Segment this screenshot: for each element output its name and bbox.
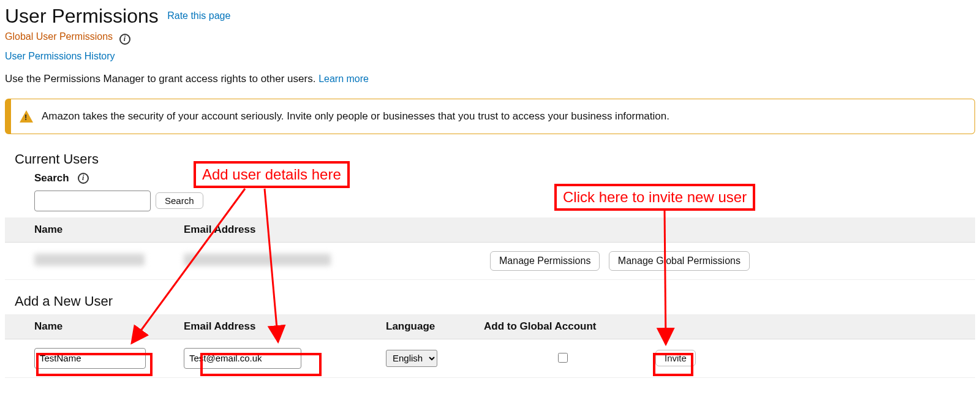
add-user-table: Name Email Address Language Add to Globa… — [5, 314, 975, 378]
name-input[interactable] — [34, 348, 146, 369]
security-alert: Amazon takes the security of your accoun… — [5, 99, 975, 134]
add-new-user-heading: Add a New User — [15, 293, 975, 309]
alert-text: Amazon takes the security of your accoun… — [42, 110, 669, 123]
search-input[interactable] — [34, 191, 151, 211]
invite-button[interactable]: Invite — [655, 350, 696, 366]
col-language: Language — [379, 314, 477, 339]
global-account-checkbox[interactable] — [558, 353, 568, 363]
rate-page-link[interactable]: Rate this page — [167, 10, 230, 21]
col-email: Email Address — [176, 217, 483, 243]
manage-global-permissions-button[interactable]: Manage Global Permissions — [609, 251, 750, 271]
email-input[interactable] — [184, 348, 301, 369]
permissions-history-link[interactable]: User Permissions History — [5, 51, 115, 61]
language-select[interactable]: English — [386, 350, 437, 367]
info-icon[interactable]: i — [119, 34, 130, 45]
subtitle-text: Use the Permissions Manager to grant acc… — [5, 73, 318, 85]
col-name: Name — [5, 217, 176, 243]
table-row: English Invite — [5, 339, 975, 377]
global-permissions-link[interactable]: Global User Permissions — [5, 31, 113, 42]
redacted-name — [34, 254, 145, 266]
manage-permissions-button[interactable]: Manage Permissions — [490, 251, 600, 271]
col-name: Name — [5, 314, 176, 339]
col-email: Email Address — [176, 314, 379, 339]
warning-icon — [20, 110, 33, 123]
col-global: Add to Global Account — [477, 314, 648, 339]
col-invite — [648, 314, 975, 339]
col-actions — [483, 217, 975, 243]
table-row: Manage Permissions Manage Global Permiss… — [5, 242, 975, 279]
current-users-heading: Current Users — [15, 151, 975, 167]
redacted-email — [184, 254, 331, 266]
page-title: User Permissions — [5, 5, 159, 28]
info-icon[interactable]: i — [78, 173, 89, 184]
learn-more-link[interactable]: Learn more — [318, 74, 369, 84]
search-label: Search — [34, 172, 69, 184]
current-users-table: Name Email Address Manage Permissions Ma… — [5, 217, 975, 280]
search-button[interactable]: Search — [156, 192, 203, 209]
